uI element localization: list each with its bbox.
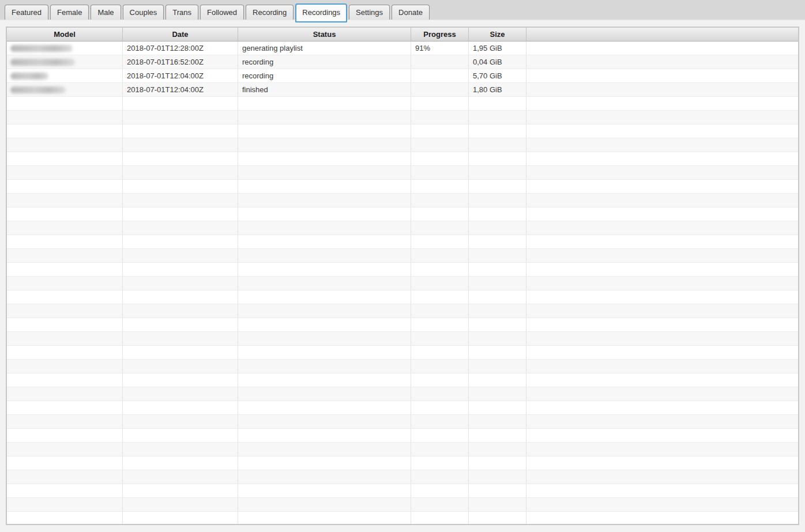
progress-cell — [411, 304, 469, 318]
model-cell — [7, 332, 123, 346]
table-row[interactable] — [7, 484, 798, 498]
progress-cell — [411, 498, 469, 512]
filler-cell — [526, 443, 798, 456]
tab-recording[interactable]: Recording — [246, 5, 294, 20]
table-row[interactable] — [7, 263, 798, 277]
table-row[interactable] — [7, 111, 798, 124]
tab-featured[interactable]: Featured — [5, 5, 48, 20]
table-row[interactable] — [7, 304, 798, 318]
model-cell — [7, 97, 123, 111]
table-row[interactable] — [7, 498, 798, 512]
table-row[interactable] — [7, 415, 798, 429]
table-row[interactable] — [7, 373, 798, 387]
model-cell — [7, 443, 123, 456]
table-row[interactable] — [7, 249, 798, 263]
table-row[interactable] — [7, 180, 798, 194]
table-row[interactable] — [7, 277, 798, 290]
filler-cell — [526, 124, 798, 138]
table-row[interactable] — [7, 290, 798, 304]
model-cell — [7, 221, 123, 235]
status-cell — [238, 207, 411, 221]
redacted-model-name — [10, 86, 66, 93]
date-cell — [123, 263, 238, 277]
table-row[interactable]: 2018-07-01T16:52:00Zrecording0,04 GiB — [7, 55, 798, 69]
model-cell — [7, 83, 123, 97]
status-cell — [238, 304, 411, 318]
table-row[interactable] — [7, 124, 798, 138]
status-cell — [238, 470, 411, 484]
model-cell — [7, 429, 123, 443]
table-row[interactable]: 2018-07-01T12:28:00Zgenerating playlist9… — [7, 41, 798, 55]
tab-followed[interactable]: Followed — [200, 5, 244, 20]
size-cell — [469, 512, 526, 525]
filler-cell — [526, 97, 798, 111]
filler-cell — [526, 387, 798, 401]
table-row[interactable]: 2018-07-01T12:04:00Zrecording5,70 GiB — [7, 69, 798, 83]
table-row[interactable] — [7, 194, 798, 207]
table-row[interactable] — [7, 429, 798, 443]
filler-cell — [526, 249, 798, 263]
table-row[interactable] — [7, 512, 798, 525]
table-row[interactable] — [7, 207, 798, 221]
progress-cell — [411, 512, 469, 525]
status-cell — [238, 415, 411, 429]
status-cell — [238, 387, 411, 401]
size-cell — [469, 429, 526, 443]
date-cell — [123, 166, 238, 180]
progress-cell — [411, 166, 469, 180]
tab-male[interactable]: Male — [91, 5, 121, 20]
table-row[interactable] — [7, 346, 798, 360]
model-cell — [7, 401, 123, 415]
column-header-date[interactable]: Date — [123, 28, 238, 41]
table-row[interactable] — [7, 443, 798, 456]
progress-cell — [411, 415, 469, 429]
tab-female[interactable]: Female — [50, 5, 89, 20]
model-cell — [7, 111, 123, 124]
table-row[interactable] — [7, 152, 798, 166]
tab-bar: FeaturedFemaleMaleCouplesTransFollowedRe… — [0, 0, 805, 20]
tab-donate[interactable]: Donate — [392, 5, 430, 20]
table-row[interactable] — [7, 318, 798, 332]
column-header-size[interactable]: Size — [469, 28, 526, 41]
table-row[interactable] — [7, 387, 798, 401]
table-row[interactable] — [7, 138, 798, 152]
table-row[interactable] — [7, 221, 798, 235]
progress-cell — [411, 429, 469, 443]
tab-recordings[interactable]: Recordings — [295, 3, 347, 22]
table-row[interactable] — [7, 332, 798, 346]
table-row[interactable] — [7, 456, 798, 470]
size-cell: 5,70 GiB — [469, 69, 526, 83]
tab-settings[interactable]: Settings — [349, 5, 390, 20]
table-row[interactable] — [7, 235, 798, 249]
progress-cell — [411, 360, 469, 373]
tab-couples[interactable]: Couples — [123, 5, 164, 20]
table-row[interactable] — [7, 166, 798, 180]
date-cell — [123, 290, 238, 304]
date-cell — [123, 111, 238, 124]
date-cell — [123, 277, 238, 290]
date-cell — [123, 124, 238, 138]
status-cell — [238, 512, 411, 525]
date-cell — [123, 97, 238, 111]
tab-trans[interactable]: Trans — [165, 5, 198, 20]
table-row[interactable] — [7, 360, 798, 373]
size-cell: 1,95 GiB — [469, 41, 526, 55]
date-cell — [123, 249, 238, 263]
status-cell — [238, 180, 411, 194]
size-cell — [469, 180, 526, 194]
model-cell — [7, 373, 123, 387]
table-row[interactable] — [7, 401, 798, 415]
progress-cell — [411, 180, 469, 194]
column-header-status[interactable]: Status — [238, 28, 411, 41]
model-cell — [7, 249, 123, 263]
status-cell — [238, 401, 411, 415]
column-header-model[interactable]: Model — [7, 28, 123, 41]
table-row[interactable] — [7, 97, 798, 111]
column-header-progress[interactable]: Progress — [411, 28, 469, 41]
table-row[interactable]: 2018-07-01T12:04:00Zfinished1,80 GiB — [7, 83, 798, 97]
date-cell — [123, 373, 238, 387]
status-cell — [238, 138, 411, 152]
table-row[interactable] — [7, 470, 798, 484]
table-header-row: Model Date Status Progress Size — [7, 28, 798, 41]
date-cell — [123, 318, 238, 332]
